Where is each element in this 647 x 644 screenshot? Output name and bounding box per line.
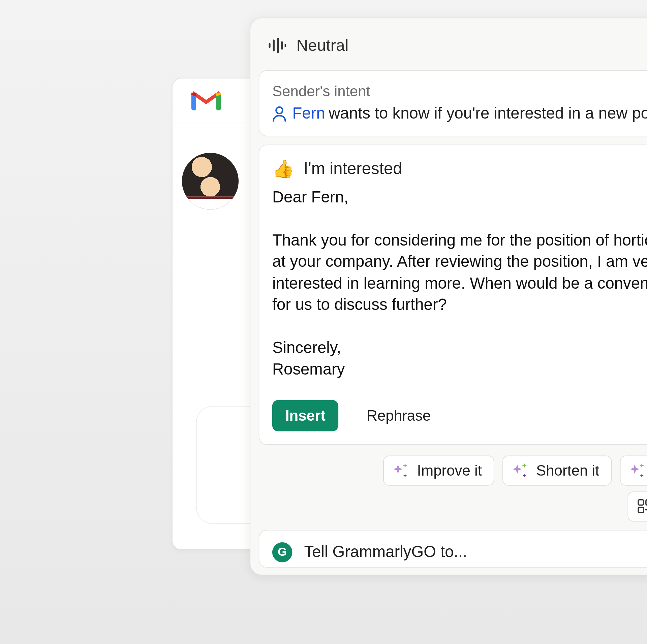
simplify-it-button[interactable]: Simplify it xyxy=(620,455,647,485)
quick-actions-row: Improve it Shorten it xyxy=(250,453,647,491)
intent-sender-name[interactable]: Fern xyxy=(292,104,325,123)
tone-meter-icon xyxy=(268,38,286,53)
shorten-it-button[interactable]: Shorten it xyxy=(502,455,612,485)
intent-sentence: Fern wants to know if you're interested … xyxy=(272,104,647,123)
grid-plus-icon xyxy=(636,498,647,515)
intent-card: Sender's intent Fern wants to know if yo… xyxy=(259,70,647,136)
prompt-input[interactable]: G Tell GrammarlyGO to... xyxy=(259,530,647,568)
sender-avatar xyxy=(182,153,239,210)
insert-button[interactable]: Insert xyxy=(272,400,338,431)
suggestion-title: I'm interested xyxy=(304,159,402,178)
improve-it-label: Improve it xyxy=(417,462,482,479)
sparkle-icon xyxy=(511,462,528,479)
svg-rect-3 xyxy=(273,39,275,51)
suggestion-body: Dear Fern, Thank you for considering me … xyxy=(272,187,647,380)
rephrase-button[interactable]: Rephrase xyxy=(354,400,444,431)
person-icon xyxy=(272,106,286,121)
svg-rect-4 xyxy=(277,38,279,53)
sparkle-icon xyxy=(629,462,645,479)
svg-rect-5 xyxy=(281,41,283,50)
all-ideas-button[interactable]: All ideas xyxy=(627,491,647,521)
svg-rect-12 xyxy=(638,508,643,513)
svg-rect-11 xyxy=(646,500,647,506)
svg-rect-10 xyxy=(638,500,643,506)
svg-rect-6 xyxy=(285,44,286,47)
thumbs-up-icon: 👍 xyxy=(272,160,294,178)
grammarly-panel: Neutral Sender's intent Fern xyxy=(250,18,647,575)
improve-it-button[interactable]: Improve it xyxy=(383,455,494,485)
svg-point-9 xyxy=(276,107,282,113)
prompt-placeholder: Tell GrammarlyGO to... xyxy=(304,543,467,561)
gmail-logo-icon xyxy=(190,88,222,114)
panel-header: Neutral xyxy=(250,18,647,70)
tone-label[interactable]: Neutral xyxy=(297,36,349,55)
sparkle-icon xyxy=(392,462,409,479)
intent-section-label: Sender's intent xyxy=(272,83,647,100)
intent-text: wants to know if you're interested in a … xyxy=(329,104,647,123)
suggestion-card: 👍 I'm interested Dear Fern, Thank you fo… xyxy=(259,144,647,445)
quick-actions-row-2: All ideas xyxy=(250,491,647,527)
shorten-it-label: Shorten it xyxy=(536,462,599,479)
grammarly-logo-icon: G xyxy=(272,542,292,562)
svg-rect-2 xyxy=(269,43,270,48)
